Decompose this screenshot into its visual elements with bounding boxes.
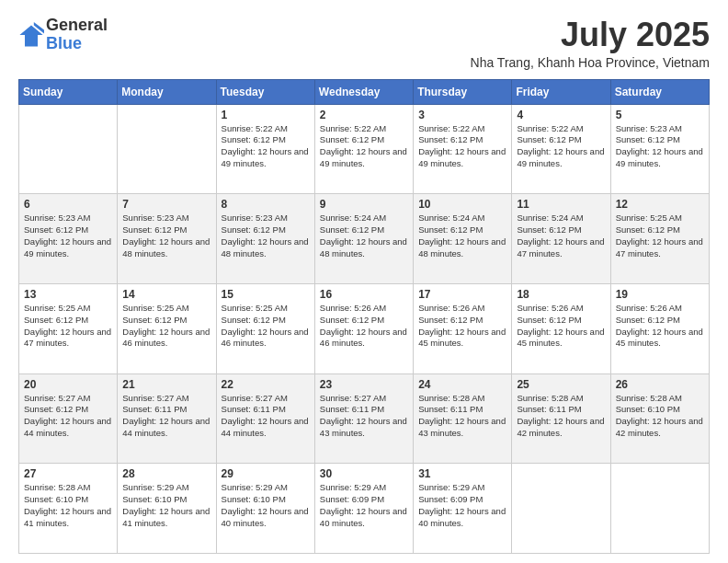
day-info: Sunrise: 5:24 AMSunset: 6:12 PMDaylight:… — [517, 213, 605, 259]
calendar-cell: 30Sunrise: 5:29 AMSunset: 6:09 PMDayligh… — [314, 464, 413, 554]
calendar-cell: 14Sunrise: 5:25 AMSunset: 6:12 PMDayligh… — [118, 283, 216, 373]
day-info: Sunrise: 5:23 AMSunset: 6:12 PMDaylight:… — [122, 213, 210, 259]
day-info: Sunrise: 5:27 AMSunset: 6:11 PMDaylight:… — [222, 393, 310, 440]
day-number: 25 — [517, 378, 605, 391]
calendar-week-row: 27Sunrise: 5:28 AMSunset: 6:10 PMDayligh… — [19, 464, 710, 554]
calendar-cell: 18Sunrise: 5:26 AMSunset: 6:12 PMDayligh… — [512, 283, 610, 373]
calendar-week-row: 20Sunrise: 5:27 AMSunset: 6:12 PMDayligh… — [19, 373, 710, 464]
calendar-cell — [19, 104, 118, 194]
logo-icon — [18, 22, 44, 48]
day-info: Sunrise: 5:23 AMSunset: 6:12 PMDaylight:… — [24, 213, 112, 259]
day-info: Sunrise: 5:29 AMSunset: 6:09 PMDaylight:… — [320, 482, 408, 529]
day-info: Sunrise: 5:25 AMSunset: 6:12 PMDaylight:… — [222, 303, 310, 350]
calendar-cell: 26Sunrise: 5:28 AMSunset: 6:10 PMDayligh… — [610, 373, 709, 464]
day-info: Sunrise: 5:29 AMSunset: 6:10 PMDaylight:… — [122, 482, 210, 529]
day-header-sunday: Sunday — [19, 79, 118, 104]
calendar-week-row: 6Sunrise: 5:23 AMSunset: 6:12 PMDaylight… — [19, 194, 710, 284]
day-info: Sunrise: 5:23 AMSunset: 6:12 PMDaylight:… — [222, 213, 310, 259]
calendar-cell: 7Sunrise: 5:23 AMSunset: 6:12 PMDaylight… — [118, 194, 216, 284]
day-number: 31 — [418, 467, 506, 480]
day-number: 13 — [24, 288, 112, 301]
calendar-cell: 31Sunrise: 5:29 AMSunset: 6:09 PMDayligh… — [414, 464, 512, 554]
day-info: Sunrise: 5:22 AMSunset: 6:12 PMDaylight:… — [517, 123, 605, 170]
day-info: Sunrise: 5:28 AMSunset: 6:11 PMDaylight:… — [517, 393, 605, 440]
calendar-cell: 20Sunrise: 5:27 AMSunset: 6:12 PMDayligh… — [19, 373, 118, 464]
calendar-cell: 3Sunrise: 5:22 AMSunset: 6:12 PMDaylight… — [414, 104, 512, 194]
day-info: Sunrise: 5:22 AMSunset: 6:12 PMDaylight:… — [320, 123, 408, 170]
calendar-cell: 21Sunrise: 5:27 AMSunset: 6:11 PMDayligh… — [118, 373, 216, 464]
day-number: 21 — [122, 378, 210, 391]
day-info: Sunrise: 5:26 AMSunset: 6:12 PMDaylight:… — [418, 303, 506, 350]
day-header-monday: Monday — [118, 79, 216, 104]
day-info: Sunrise: 5:27 AMSunset: 6:11 PMDaylight:… — [122, 393, 210, 440]
title-block: July 2025 Nha Trang, Khanh Hoa Province,… — [471, 17, 710, 70]
day-number: 7 — [122, 198, 210, 211]
day-info: Sunrise: 5:29 AMSunset: 6:09 PMDaylight:… — [418, 482, 506, 529]
header: General Blue July 2025 Nha Trang, Khanh … — [18, 17, 710, 70]
day-number: 11 — [517, 198, 605, 211]
day-info: Sunrise: 5:25 AMSunset: 6:12 PMDaylight:… — [122, 303, 210, 350]
calendar-cell: 17Sunrise: 5:26 AMSunset: 6:12 PMDayligh… — [414, 283, 512, 373]
day-number: 24 — [418, 378, 506, 391]
day-header-saturday: Saturday — [610, 79, 709, 104]
day-header-friday: Friday — [512, 79, 610, 104]
day-info: Sunrise: 5:29 AMSunset: 6:10 PMDaylight:… — [222, 482, 310, 529]
calendar-cell: 29Sunrise: 5:29 AMSunset: 6:10 PMDayligh… — [216, 464, 314, 554]
logo-blue-text: Blue — [46, 34, 82, 52]
day-number: 23 — [320, 378, 408, 391]
calendar-cell: 15Sunrise: 5:25 AMSunset: 6:12 PMDayligh… — [216, 283, 314, 373]
calendar-cell: 2Sunrise: 5:22 AMSunset: 6:12 PMDaylight… — [314, 104, 413, 194]
day-number: 4 — [517, 109, 605, 121]
calendar-cell: 25Sunrise: 5:28 AMSunset: 6:11 PMDayligh… — [512, 373, 610, 464]
calendar-table: SundayMondayTuesdayWednesdayThursdayFrid… — [18, 79, 710, 554]
day-number: 3 — [418, 109, 506, 121]
calendar-cell: 1Sunrise: 5:22 AMSunset: 6:12 PMDaylight… — [216, 104, 314, 194]
day-number: 10 — [418, 198, 506, 211]
location-title: Nha Trang, Khanh Hoa Province, Vietnam — [471, 55, 710, 70]
calendar-cell: 5Sunrise: 5:23 AMSunset: 6:12 PMDaylight… — [610, 104, 709, 194]
calendar-header-row: SundayMondayTuesdayWednesdayThursdayFrid… — [19, 79, 710, 104]
day-info: Sunrise: 5:26 AMSunset: 6:12 PMDaylight:… — [517, 303, 605, 350]
calendar-cell: 28Sunrise: 5:29 AMSunset: 6:10 PMDayligh… — [118, 464, 216, 554]
calendar-cell: 16Sunrise: 5:26 AMSunset: 6:12 PMDayligh… — [314, 283, 413, 373]
calendar-cell: 4Sunrise: 5:22 AMSunset: 6:12 PMDaylight… — [512, 104, 610, 194]
calendar-cell: 6Sunrise: 5:23 AMSunset: 6:12 PMDaylight… — [19, 194, 118, 284]
page: General Blue July 2025 Nha Trang, Khanh … — [0, 0, 728, 563]
logo: General Blue — [18, 17, 108, 53]
day-info: Sunrise: 5:22 AMSunset: 6:12 PMDaylight:… — [222, 123, 310, 170]
day-number: 29 — [222, 467, 310, 480]
day-number: 27 — [24, 467, 112, 480]
day-number: 30 — [320, 467, 408, 480]
logo-general-text: General — [46, 16, 108, 34]
month-title: July 2025 — [471, 17, 710, 53]
day-info: Sunrise: 5:23 AMSunset: 6:12 PMDaylight:… — [616, 123, 704, 170]
day-header-tuesday: Tuesday — [216, 79, 314, 104]
day-info: Sunrise: 5:22 AMSunset: 6:12 PMDaylight:… — [418, 123, 506, 170]
day-info: Sunrise: 5:26 AMSunset: 6:12 PMDaylight:… — [320, 303, 408, 350]
day-info: Sunrise: 5:27 AMSunset: 6:11 PMDaylight:… — [320, 393, 408, 440]
day-number: 12 — [616, 198, 704, 211]
day-number: 22 — [222, 378, 310, 391]
calendar-cell: 24Sunrise: 5:28 AMSunset: 6:11 PMDayligh… — [414, 373, 512, 464]
day-info: Sunrise: 5:24 AMSunset: 6:12 PMDaylight:… — [320, 213, 408, 259]
day-info: Sunrise: 5:25 AMSunset: 6:12 PMDaylight:… — [616, 213, 704, 259]
day-info: Sunrise: 5:24 AMSunset: 6:12 PMDaylight:… — [418, 213, 506, 259]
calendar-cell: 9Sunrise: 5:24 AMSunset: 6:12 PMDaylight… — [314, 194, 413, 284]
day-info: Sunrise: 5:25 AMSunset: 6:12 PMDaylight:… — [24, 303, 112, 350]
day-number: 5 — [616, 109, 704, 121]
day-number: 17 — [418, 288, 506, 301]
calendar-week-row: 1Sunrise: 5:22 AMSunset: 6:12 PMDaylight… — [19, 104, 710, 194]
calendar-cell: 22Sunrise: 5:27 AMSunset: 6:11 PMDayligh… — [216, 373, 314, 464]
day-header-thursday: Thursday — [414, 79, 512, 104]
calendar-cell: 10Sunrise: 5:24 AMSunset: 6:12 PMDayligh… — [414, 194, 512, 284]
calendar-cell — [512, 464, 610, 554]
day-number: 14 — [122, 288, 210, 301]
day-number: 8 — [222, 198, 310, 211]
day-number: 2 — [320, 109, 408, 121]
day-number: 19 — [616, 288, 704, 301]
calendar-cell — [610, 464, 709, 554]
calendar-cell: 12Sunrise: 5:25 AMSunset: 6:12 PMDayligh… — [610, 194, 709, 284]
calendar-cell: 19Sunrise: 5:26 AMSunset: 6:12 PMDayligh… — [610, 283, 709, 373]
calendar-cell — [118, 104, 216, 194]
calendar-cell: 23Sunrise: 5:27 AMSunset: 6:11 PMDayligh… — [314, 373, 413, 464]
